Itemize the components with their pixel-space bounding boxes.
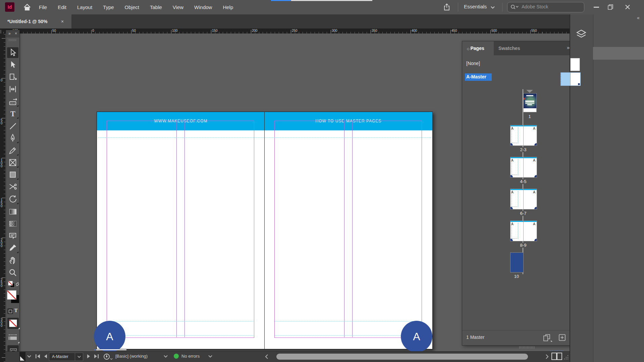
tab-swatches[interactable]: Swatches xyxy=(494,41,533,55)
pencil-tool[interactable] xyxy=(8,146,17,155)
horizontal-scrollbar[interactable] xyxy=(276,354,528,360)
free-transform-tool[interactable] xyxy=(8,194,17,204)
scroll-left-icon[interactable] xyxy=(265,354,268,359)
gradient-swatch-tool[interactable] xyxy=(8,207,17,216)
page-10-thumbnail[interactable] xyxy=(510,252,524,273)
window-resize-grip[interactable] xyxy=(564,355,569,360)
hand-tool[interactable] xyxy=(8,255,17,265)
tab-close-icon[interactable]: × xyxy=(61,14,68,28)
preset-chevron-icon[interactable] xyxy=(163,355,168,358)
tab-pages[interactable]: ◇ Pages xyxy=(462,41,494,55)
page-spread-thumbnail[interactable]: AA xyxy=(510,189,537,209)
page-spread-thumbnail[interactable]: AA xyxy=(510,157,537,178)
restore-button[interactable] xyxy=(608,4,613,10)
panel-grip[interactable] xyxy=(9,39,17,41)
pen-tool[interactable] xyxy=(8,133,17,143)
master-row-none[interactable]: [None] xyxy=(466,61,480,66)
indesign-logo[interactable]: Id xyxy=(5,2,14,12)
close-button[interactable] xyxy=(625,4,631,10)
master-a-thumbnail[interactable] xyxy=(560,72,581,86)
selection-tool[interactable] xyxy=(8,48,17,57)
page-number-label[interactable]: 1 xyxy=(527,114,532,119)
master-count-label: 1 Master xyxy=(466,335,484,340)
collapse-icon[interactable]: » xyxy=(8,31,11,36)
corner-resize-box[interactable] xyxy=(19,352,25,361)
home-icon[interactable] xyxy=(23,3,32,12)
edit-page-size-icon[interactable] xyxy=(543,334,553,342)
master-none-thumbnail[interactable] xyxy=(570,58,580,71)
gradient-feather-tool[interactable] xyxy=(8,219,17,228)
panel-flip-icon: ◇ xyxy=(467,47,470,51)
menu-edit[interactable]: Edit xyxy=(52,0,72,14)
frame-tool[interactable] xyxy=(8,158,17,167)
master-row-a-master[interactable]: A-Master xyxy=(465,73,492,81)
menu-file[interactable]: File xyxy=(34,0,52,14)
zoom-tool[interactable] xyxy=(8,268,17,277)
scissors-tool[interactable] xyxy=(8,182,17,192)
master-prefix-circle-right[interactable]: A xyxy=(401,321,432,352)
direct-selection-tool[interactable] xyxy=(8,60,17,69)
adobe-stock-search[interactable]: Adobe Stock xyxy=(507,2,584,12)
apply-color-button[interactable] xyxy=(7,318,19,329)
rail-item-swatches[interactable]: Swatches xyxy=(593,62,644,74)
page-number-label[interactable]: 4-5 xyxy=(519,179,528,184)
errors-chevron-icon[interactable] xyxy=(208,355,213,358)
previous-page-icon[interactable] xyxy=(43,354,48,359)
panel-resize-grip[interactable] xyxy=(519,346,535,349)
minimize-button[interactable] xyxy=(594,7,599,8)
master-spread[interactable]: WWW.MAKEUSEOF.COM HOW TO USE MASTER PAGE… xyxy=(97,112,433,349)
formatting-affects-container-button[interactable] xyxy=(7,308,13,314)
page-tool[interactable] xyxy=(8,72,17,82)
cover-page-thumbnail[interactable] xyxy=(523,93,537,112)
dotted-guide xyxy=(98,137,431,138)
swap-fill-stroke-icon[interactable] xyxy=(15,282,19,286)
section-splitter-icon[interactable] xyxy=(526,90,533,93)
create-new-page-icon[interactable] xyxy=(558,334,566,342)
rectangle-tool[interactable] xyxy=(8,170,17,179)
last-page-icon[interactable] xyxy=(93,354,99,359)
scroll-right-icon[interactable] xyxy=(545,354,549,359)
document-tab[interactable]: *Untitled-1 @ 50% × xyxy=(0,14,71,28)
note-tool[interactable] xyxy=(8,231,17,241)
vertical-ruler[interactable]: 050100150200250300 xyxy=(0,34,5,362)
menu-layout[interactable]: Layout xyxy=(72,0,98,14)
menu-table[interactable]: Table xyxy=(145,0,167,14)
menu-help[interactable]: Help xyxy=(217,0,238,14)
grid-options-icon[interactable] xyxy=(9,335,17,341)
content-collector-tool[interactable] xyxy=(8,97,17,106)
menu-object[interactable]: Object xyxy=(119,0,145,14)
horizontal-ruler[interactable]: 10050050100150200250300350400450500550 xyxy=(0,28,570,34)
page-select-dropdown[interactable]: A-Master xyxy=(49,353,83,361)
formatting-affects-text-button[interactable]: T xyxy=(14,308,19,314)
next-page-icon[interactable] xyxy=(87,354,91,359)
chevron-down-icon[interactable] xyxy=(490,6,495,9)
fill-swatch[interactable] xyxy=(7,290,16,300)
menu-window[interactable]: Window xyxy=(189,0,217,14)
gap-tool[interactable] xyxy=(8,84,17,94)
master-prefix-circle-left[interactable]: A xyxy=(94,321,125,352)
page-spread-thumbnail[interactable]: AA xyxy=(510,125,537,146)
eyedropper-tool[interactable] xyxy=(8,243,17,253)
rail-item-pages[interactable]: Pages xyxy=(593,47,644,60)
view-chevron-icon[interactable] xyxy=(27,355,32,358)
page-number-label[interactable]: 2-3 xyxy=(519,147,528,152)
mini-fill-stroke-proxy[interactable] xyxy=(8,281,15,288)
rail-properties-header[interactable]: Properti... xyxy=(593,27,644,40)
menubar-divider xyxy=(502,3,502,12)
rail-collapse-icon[interactable]: « xyxy=(637,15,640,20)
spread-view-icon[interactable] xyxy=(551,352,563,361)
workspace-switcher[interactable]: Essentials xyxy=(464,4,487,9)
share-icon[interactable] xyxy=(443,3,451,12)
menu-type[interactable]: Type xyxy=(98,0,119,14)
page-number-label[interactable]: 8-9 xyxy=(519,243,528,248)
menu-view[interactable]: View xyxy=(167,0,189,14)
page-number-label[interactable]: 10 xyxy=(513,274,520,279)
layers-panel-icon[interactable] xyxy=(576,29,587,39)
preflight-icon[interactable] xyxy=(103,353,111,361)
page-spread-thumbnail[interactable]: AA xyxy=(510,221,537,241)
close-icon[interactable]: × xyxy=(15,31,17,36)
first-page-icon[interactable] xyxy=(35,354,41,359)
line-tool[interactable] xyxy=(8,121,17,131)
type-tool[interactable]: T xyxy=(8,109,17,118)
page-number-label[interactable]: 6-7 xyxy=(519,211,528,216)
